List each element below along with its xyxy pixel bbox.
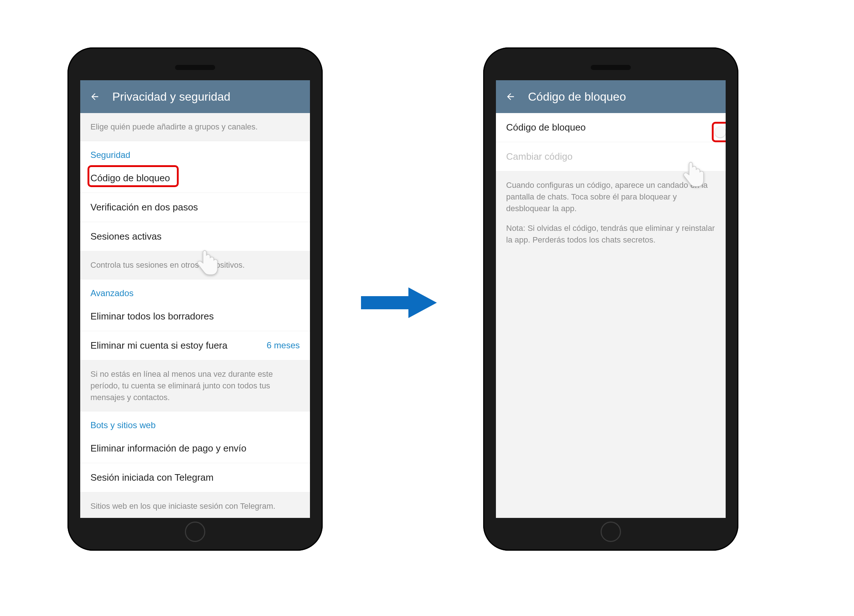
info-delete: Si no estás en línea al menos una vez du… (80, 360, 310, 412)
row-sessions-label: Sesiones activas (90, 231, 162, 242)
row-session-telegram[interactable]: Sesión iniciada con Telegram (80, 463, 310, 492)
row-payment[interactable]: Eliminar información de pago y envío (80, 434, 310, 463)
content-right: Código de bloqueo Cambiar código Cuando … (496, 113, 726, 518)
row-twostep[interactable]: Verificación en dos pasos (80, 193, 310, 222)
section-advanced-header: Avanzados (80, 279, 310, 302)
appbar-right: Código de bloqueo (496, 80, 726, 113)
section-bots-header: Bots y sitios web (80, 411, 310, 434)
back-arrow-icon[interactable] (505, 91, 516, 102)
row-session-telegram-label: Sesión iniciada con Telegram (90, 472, 214, 483)
info-sessions: Controla tus sesiones en otros dispositi… (80, 251, 310, 279)
row-delete-account[interactable]: Eliminar mi cuenta si estoy fuera 6 mese… (80, 331, 310, 360)
row-change-code-label: Cambiar código (506, 151, 572, 162)
row-delete-drafts-label: Eliminar todos los borradores (90, 311, 214, 322)
row-passcode-label: Código de bloqueo (90, 172, 170, 184)
svg-marker-0 (361, 287, 437, 318)
row-twostep-label: Verificación en dos pasos (90, 202, 198, 213)
back-arrow-icon[interactable] (89, 91, 101, 102)
phone-frame-right: Código de bloqueo Código de bloqueo Camb… (483, 47, 738, 551)
phone-earpiece (175, 65, 215, 70)
appbar-left: Privacidad y seguridad (80, 80, 310, 113)
phone-frame-left: Privacidad y seguridad Elige quién puede… (67, 47, 323, 551)
screen-right: Código de bloqueo Código de bloqueo Camb… (496, 80, 726, 518)
row-sessions[interactable]: Sesiones activas (80, 222, 310, 251)
row-change-code: Cambiar código (496, 142, 726, 171)
info-bots: Sitios web en los que iniciaste sesión c… (80, 492, 310, 518)
transition-arrow-icon (361, 285, 438, 321)
phone-home-button (185, 521, 205, 542)
row-delete-drafts[interactable]: Eliminar todos los borradores (80, 302, 310, 331)
row-payment-label: Eliminar información de pago y envío (90, 443, 247, 454)
phone-earpiece (591, 65, 631, 70)
row-passcode[interactable]: Código de bloqueo (80, 164, 310, 193)
appbar-title: Privacidad y seguridad (112, 90, 230, 104)
intro-text: Elige quién puede añadirte a grupos y ca… (80, 113, 310, 141)
row-delete-account-label: Eliminar mi cuenta si estoy fuera (90, 340, 227, 351)
info-passcode-1: Cuando configuras un código, aparece un … (496, 171, 726, 223)
row-passcode-toggle-label: Código de bloqueo (506, 122, 586, 133)
phone-home-button (601, 521, 621, 542)
content-left: Elige quién puede añadirte a grupos y ca… (80, 113, 310, 518)
info-passcode-2: Nota: Si olvidas el código, tendrás que … (496, 223, 726, 254)
appbar-title: Código de bloqueo (528, 90, 626, 104)
row-delete-account-value: 6 meses (267, 340, 300, 351)
screen-left: Privacidad y seguridad Elige quién puede… (80, 80, 310, 518)
section-security-header: Seguridad (80, 141, 310, 164)
row-passcode-toggle[interactable]: Código de bloqueo (496, 113, 726, 142)
